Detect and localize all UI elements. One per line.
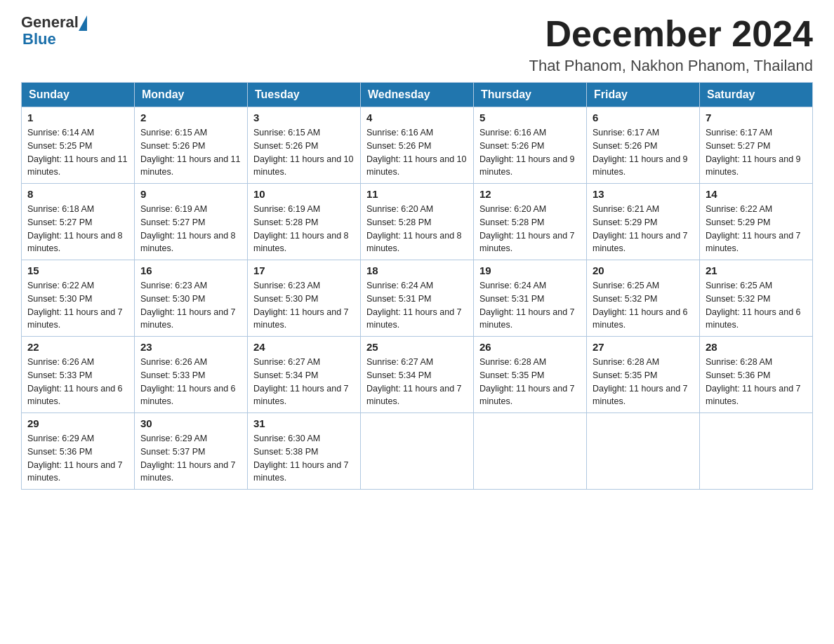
day-info: Sunrise: 6:19 AMSunset: 5:28 PMDaylight:… <box>253 203 355 255</box>
calendar-day-17: 17 Sunrise: 6:23 AMSunset: 5:30 PMDaylig… <box>248 260 361 337</box>
day-number: 7 <box>706 112 807 123</box>
day-info: Sunrise: 6:22 AMSunset: 5:29 PMDaylight:… <box>706 203 807 255</box>
calendar-day-9: 9 Sunrise: 6:19 AMSunset: 5:27 PMDayligh… <box>135 184 248 260</box>
calendar-day-24: 24 Sunrise: 6:27 AMSunset: 5:34 PMDaylig… <box>248 337 361 413</box>
day-number: 12 <box>479 188 581 200</box>
calendar-day-18: 18 Sunrise: 6:24 AMSunset: 5:31 PMDaylig… <box>361 260 474 337</box>
calendar-day-10: 10 Sunrise: 6:19 AMSunset: 5:28 PMDaylig… <box>248 184 361 260</box>
calendar-table: SundayMondayTuesdayWednesdayThursdayFrid… <box>21 82 813 490</box>
day-info: Sunrise: 6:24 AMSunset: 5:31 PMDaylight:… <box>366 279 468 332</box>
day-number: 30 <box>140 417 241 429</box>
day-number: 13 <box>593 188 694 200</box>
weekday-header-tuesday: Tuesday <box>248 83 361 107</box>
day-info: Sunrise: 6:18 AMSunset: 5:27 PMDaylight:… <box>27 203 128 255</box>
calendar-week-2: 8 Sunrise: 6:18 AMSunset: 5:27 PMDayligh… <box>22 184 813 260</box>
day-number: 23 <box>140 341 241 353</box>
day-number: 4 <box>366 112 468 123</box>
calendar-week-3: 15 Sunrise: 6:22 AMSunset: 5:30 PMDaylig… <box>22 260 813 337</box>
empty-cell <box>361 413 474 490</box>
day-number: 5 <box>479 112 581 123</box>
day-number: 3 <box>253 112 355 123</box>
day-number: 21 <box>706 264 807 276</box>
day-info: Sunrise: 6:26 AMSunset: 5:33 PMDaylight:… <box>140 356 241 408</box>
location-subtitle: That Phanom, Nakhon Phanom, Thailand <box>529 57 813 75</box>
calendar-day-13: 13 Sunrise: 6:21 AMSunset: 5:29 PMDaylig… <box>587 184 700 260</box>
day-number: 16 <box>140 264 241 276</box>
day-number: 17 <box>253 264 355 276</box>
weekday-header-friday: Friday <box>587 83 700 107</box>
calendar-day-15: 15 Sunrise: 6:22 AMSunset: 5:30 PMDaylig… <box>22 260 135 337</box>
month-title: December 2024 <box>529 14 813 54</box>
day-number: 31 <box>253 417 355 429</box>
day-info: Sunrise: 6:29 AMSunset: 5:37 PMDaylight:… <box>140 432 241 485</box>
calendar-day-21: 21 Sunrise: 6:25 AMSunset: 5:32 PMDaylig… <box>700 260 813 337</box>
weekday-header-saturday: Saturday <box>700 83 813 107</box>
day-info: Sunrise: 6:15 AMSunset: 5:26 PMDaylight:… <box>253 126 355 179</box>
day-info: Sunrise: 6:21 AMSunset: 5:29 PMDaylight:… <box>593 203 694 255</box>
calendar-day-28: 28 Sunrise: 6:28 AMSunset: 5:36 PMDaylig… <box>700 337 813 413</box>
calendar-day-14: 14 Sunrise: 6:22 AMSunset: 5:29 PMDaylig… <box>700 184 813 260</box>
calendar-day-29: 29 Sunrise: 6:29 AMSunset: 5:36 PMDaylig… <box>22 413 135 490</box>
calendar-day-2: 2 Sunrise: 6:15 AMSunset: 5:26 PMDayligh… <box>135 107 248 184</box>
day-number: 2 <box>140 112 241 123</box>
calendar-day-11: 11 Sunrise: 6:20 AMSunset: 5:28 PMDaylig… <box>361 184 474 260</box>
day-info: Sunrise: 6:22 AMSunset: 5:30 PMDaylight:… <box>27 279 128 332</box>
calendar-day-5: 5 Sunrise: 6:16 AMSunset: 5:26 PMDayligh… <box>474 107 587 184</box>
day-number: 27 <box>593 341 694 353</box>
calendar-day-22: 22 Sunrise: 6:26 AMSunset: 5:33 PMDaylig… <box>22 337 135 413</box>
logo-general: General <box>21 14 79 31</box>
day-info: Sunrise: 6:23 AMSunset: 5:30 PMDaylight:… <box>253 279 355 332</box>
day-info: Sunrise: 6:19 AMSunset: 5:27 PMDaylight:… <box>140 203 241 255</box>
day-info: Sunrise: 6:26 AMSunset: 5:33 PMDaylight:… <box>27 356 128 408</box>
calendar-day-30: 30 Sunrise: 6:29 AMSunset: 5:37 PMDaylig… <box>135 413 248 490</box>
day-number: 9 <box>140 188 241 200</box>
calendar-day-7: 7 Sunrise: 6:17 AMSunset: 5:27 PMDayligh… <box>700 107 813 184</box>
day-number: 20 <box>593 264 694 276</box>
calendar-header-row: SundayMondayTuesdayWednesdayThursdayFrid… <box>22 83 813 107</box>
day-number: 11 <box>366 188 468 200</box>
day-number: 29 <box>27 417 128 429</box>
calendar-day-23: 23 Sunrise: 6:26 AMSunset: 5:33 PMDaylig… <box>135 337 248 413</box>
day-number: 10 <box>253 188 355 200</box>
day-info: Sunrise: 6:16 AMSunset: 5:26 PMDaylight:… <box>479 126 581 179</box>
day-info: Sunrise: 6:28 AMSunset: 5:35 PMDaylight:… <box>593 356 694 408</box>
day-info: Sunrise: 6:25 AMSunset: 5:32 PMDaylight:… <box>706 279 807 332</box>
day-number: 8 <box>27 188 128 200</box>
day-number: 19 <box>479 264 581 276</box>
day-info: Sunrise: 6:24 AMSunset: 5:31 PMDaylight:… <box>479 279 581 332</box>
day-info: Sunrise: 6:28 AMSunset: 5:35 PMDaylight:… <box>479 356 581 408</box>
day-number: 28 <box>706 341 807 353</box>
calendar-day-26: 26 Sunrise: 6:28 AMSunset: 5:35 PMDaylig… <box>474 337 587 413</box>
day-info: Sunrise: 6:20 AMSunset: 5:28 PMDaylight:… <box>366 203 468 255</box>
day-info: Sunrise: 6:16 AMSunset: 5:26 PMDaylight:… <box>366 126 468 179</box>
day-info: Sunrise: 6:27 AMSunset: 5:34 PMDaylight:… <box>253 356 355 408</box>
calendar-week-4: 22 Sunrise: 6:26 AMSunset: 5:33 PMDaylig… <box>22 337 813 413</box>
logo-blue-text: Blue <box>22 31 87 48</box>
calendar-day-1: 1 Sunrise: 6:14 AMSunset: 5:25 PMDayligh… <box>22 107 135 184</box>
empty-cell <box>700 413 813 490</box>
logo: General Blue <box>21 14 87 48</box>
calendar-day-25: 25 Sunrise: 6:27 AMSunset: 5:34 PMDaylig… <box>361 337 474 413</box>
day-info: Sunrise: 6:17 AMSunset: 5:26 PMDaylight:… <box>593 126 694 179</box>
day-number: 14 <box>706 188 807 200</box>
weekday-header-monday: Monday <box>135 83 248 107</box>
calendar-day-12: 12 Sunrise: 6:20 AMSunset: 5:28 PMDaylig… <box>474 184 587 260</box>
calendar-day-19: 19 Sunrise: 6:24 AMSunset: 5:31 PMDaylig… <box>474 260 587 337</box>
empty-cell <box>474 413 587 490</box>
day-info: Sunrise: 6:30 AMSunset: 5:38 PMDaylight:… <box>253 432 355 485</box>
empty-cell <box>587 413 700 490</box>
calendar-day-16: 16 Sunrise: 6:23 AMSunset: 5:30 PMDaylig… <box>135 260 248 337</box>
day-info: Sunrise: 6:14 AMSunset: 5:25 PMDaylight:… <box>27 126 128 179</box>
day-number: 22 <box>27 341 128 353</box>
day-number: 25 <box>366 341 468 353</box>
weekday-header-sunday: Sunday <box>22 83 135 107</box>
day-number: 15 <box>27 264 128 276</box>
day-info: Sunrise: 6:25 AMSunset: 5:32 PMDaylight:… <box>593 279 694 332</box>
day-info: Sunrise: 6:15 AMSunset: 5:26 PMDaylight:… <box>140 126 241 179</box>
day-info: Sunrise: 6:17 AMSunset: 5:27 PMDaylight:… <box>706 126 807 179</box>
page-header: General Blue December 2024 That Phanom, … <box>21 14 813 75</box>
calendar-day-4: 4 Sunrise: 6:16 AMSunset: 5:26 PMDayligh… <box>361 107 474 184</box>
weekday-header-thursday: Thursday <box>474 83 587 107</box>
calendar-day-20: 20 Sunrise: 6:25 AMSunset: 5:32 PMDaylig… <box>587 260 700 337</box>
day-info: Sunrise: 6:23 AMSunset: 5:30 PMDaylight:… <box>140 279 241 332</box>
